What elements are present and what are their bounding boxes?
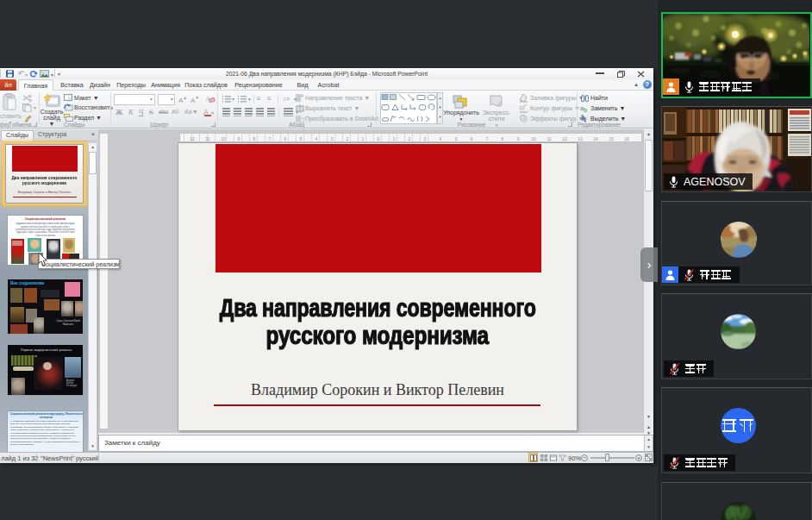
svg-text:▼: ▼	[24, 72, 28, 78]
svg-text:А: А	[301, 93, 304, 98]
svg-text:b: b	[584, 107, 587, 113]
